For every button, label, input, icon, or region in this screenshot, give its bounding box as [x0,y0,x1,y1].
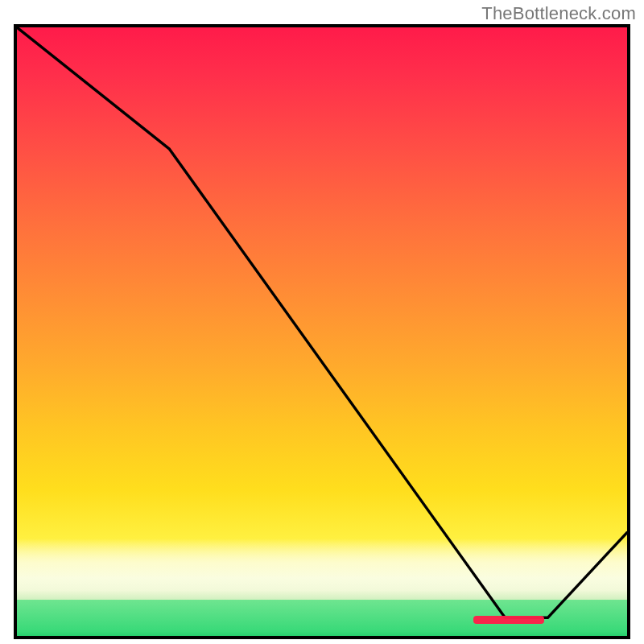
bottleneck-chart [14,24,630,639]
bottleneck-curve-path [17,27,627,617]
curve-svg [17,27,627,636]
page-root: TheBottleneck.com [0,0,644,644]
optimal-marker [473,616,544,624]
attribution-text: TheBottleneck.com [481,3,636,24]
